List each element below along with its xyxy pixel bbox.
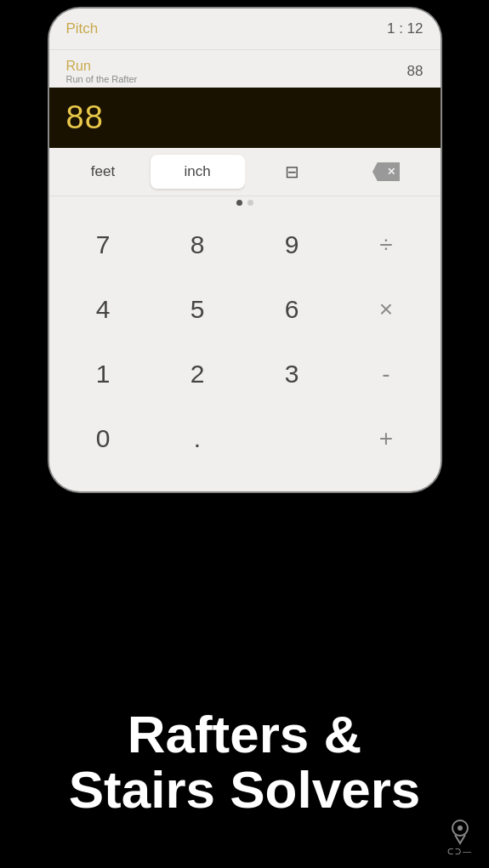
run-label: Run xyxy=(66,59,138,74)
key-0[interactable]: 0 xyxy=(58,408,149,469)
dot-2 xyxy=(247,200,253,206)
key-4[interactable]: 4 xyxy=(58,279,149,340)
headline: Rafters & Stairs Solvers xyxy=(26,706,463,817)
key-9[interactable]: 9 xyxy=(247,214,338,275)
headline-line1: Rafters & xyxy=(128,705,362,763)
bottom-section: Rafters & Stairs Solvers xyxy=(0,689,489,868)
run-labels: Run Run of the Rafter xyxy=(66,59,138,84)
key-8[interactable]: 8 xyxy=(152,214,243,275)
fraction-button[interactable]: ⊟ xyxy=(245,153,339,190)
dot-1 xyxy=(236,200,242,206)
svg-point-1 xyxy=(458,825,463,831)
key-6[interactable]: 6 xyxy=(247,279,338,340)
logo-area: ᑕᑐ— xyxy=(446,818,474,856)
key-dot[interactable]: . xyxy=(152,408,243,469)
key-div[interactable]: ÷ xyxy=(341,214,432,275)
display-number: 88 xyxy=(66,99,104,136)
fraction-icon: ⊟ xyxy=(285,162,299,181)
key-3[interactable]: 3 xyxy=(247,343,338,405)
headline-line2: Stairs Solvers xyxy=(69,760,421,819)
display-screen: 88 xyxy=(49,88,441,148)
inch-button[interactable]: inch xyxy=(151,155,245,189)
run-value: 88 xyxy=(407,63,424,80)
key-1[interactable]: 1 xyxy=(58,343,149,405)
feet-button[interactable]: feet xyxy=(56,155,151,189)
phone-mockup: Pitch 1 : 12 Run Run of the Rafter 88 88… xyxy=(49,9,441,491)
run-row: Run Run of the Rafter 88 xyxy=(49,50,441,88)
key-sub[interactable]: - xyxy=(341,343,432,405)
calculator-grid: 7 8 9 ÷ 4 5 6 × 1 2 3 - 0 . + xyxy=(49,209,441,478)
pitch-value: 1 : 12 xyxy=(387,20,424,37)
unit-row: feet inch ⊟ ✕ xyxy=(49,148,441,196)
key-5[interactable]: 5 xyxy=(152,279,243,340)
backspace-icon: ✕ xyxy=(372,162,400,181)
logo-text: ᑕᑐ— xyxy=(447,847,473,856)
pitch-row: Pitch 1 : 12 xyxy=(49,9,441,50)
dots-indicator xyxy=(49,196,441,209)
app-logo-icon xyxy=(446,818,474,845)
key-2[interactable]: 2 xyxy=(152,343,243,405)
key-mul[interactable]: × xyxy=(341,279,432,340)
backspace-button[interactable]: ✕ xyxy=(339,154,434,190)
pitch-label: Pitch xyxy=(66,20,99,37)
run-sublabel: Run of the Rafter xyxy=(66,74,138,84)
key-add[interactable]: + xyxy=(341,408,432,469)
key-7[interactable]: 7 xyxy=(58,214,149,275)
